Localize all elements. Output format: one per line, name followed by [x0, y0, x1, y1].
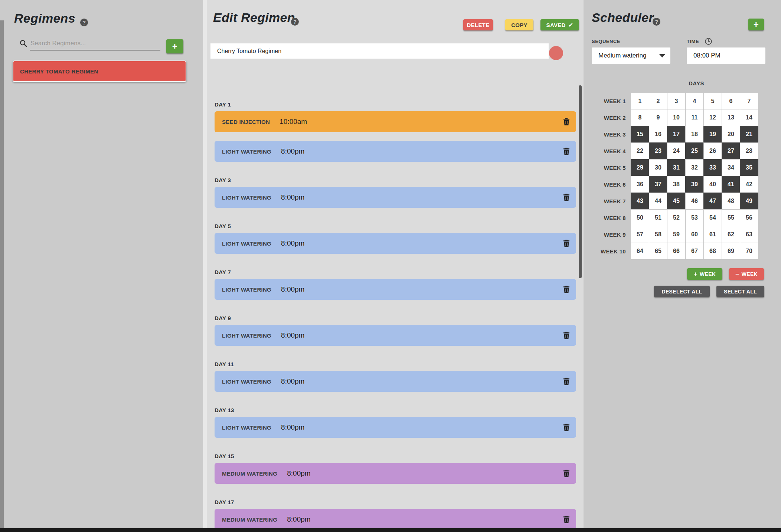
day-cell-62[interactable]: 62 — [722, 226, 740, 243]
day-cell-24[interactable]: 24 — [667, 142, 686, 160]
day-cell-6[interactable]: 6 — [722, 93, 740, 109]
day-cell-28[interactable]: 28 — [740, 142, 758, 160]
day-cell-27[interactable]: 27 — [722, 142, 740, 160]
day-cell-50[interactable]: 50 — [631, 209, 649, 226]
day-cell-7[interactable]: 7 — [740, 93, 758, 109]
day-cell-57[interactable]: 57 — [631, 226, 649, 243]
regimen-list-item[interactable]: CHERRY TOMATO REGIMEN — [13, 60, 186, 82]
day-cell-46[interactable]: 46 — [685, 193, 704, 210]
day-cell-33[interactable]: 33 — [703, 159, 722, 176]
day-cell-18[interactable]: 18 — [685, 126, 704, 143]
select-all-button[interactable]: SELECT ALL — [716, 286, 764, 297]
day-cell-49[interactable]: 49 — [740, 193, 758, 210]
day-cell-15[interactable]: 15 — [631, 126, 649, 143]
day-cell-32[interactable]: 32 — [685, 159, 704, 176]
day-cell-12[interactable]: 12 — [703, 109, 722, 126]
day-cell-70[interactable]: 70 — [740, 243, 758, 260]
day-cell-2[interactable]: 2 — [649, 93, 667, 109]
day-cell-48[interactable]: 48 — [722, 193, 740, 210]
day-cell-52[interactable]: 52 — [667, 209, 686, 226]
trash-icon[interactable] — [563, 193, 570, 201]
day-cell-56[interactable]: 56 — [740, 209, 758, 226]
day-cell-39[interactable]: 39 — [685, 176, 704, 193]
day-cell-65[interactable]: 65 — [649, 243, 667, 260]
day-cell-29[interactable]: 29 — [631, 159, 649, 176]
search-input[interactable] — [30, 37, 160, 50]
day-cell-35[interactable]: 35 — [740, 159, 758, 176]
day-cell-54[interactable]: 54 — [703, 209, 722, 226]
trash-icon[interactable] — [563, 377, 570, 385]
trash-icon[interactable] — [563, 147, 570, 155]
day-cell-34[interactable]: 34 — [722, 159, 740, 176]
day-cell-37[interactable]: 37 — [649, 176, 667, 193]
day-cell-23[interactable]: 23 — [649, 142, 667, 160]
day-cell-44[interactable]: 44 — [649, 193, 667, 210]
regimens-help-icon[interactable]: ? — [80, 19, 88, 26]
trash-icon[interactable] — [563, 515, 570, 523]
regimen-task-row[interactable]: SEED INJECTION10:00am — [215, 111, 576, 132]
day-cell-55[interactable]: 55 — [722, 209, 740, 226]
delete-button[interactable]: DELETE — [463, 19, 493, 30]
regimen-task-row[interactable]: LIGHT WATERING8:00pm — [215, 279, 576, 300]
day-cell-59[interactable]: 59 — [667, 226, 686, 243]
day-cell-66[interactable]: 66 — [667, 243, 686, 260]
day-cell-67[interactable]: 67 — [685, 243, 704, 260]
day-cell-45[interactable]: 45 — [667, 193, 686, 210]
time-input[interactable] — [687, 47, 765, 64]
day-cell-63[interactable]: 63 — [740, 226, 758, 243]
day-cell-25[interactable]: 25 — [685, 142, 704, 160]
trash-icon[interactable] — [563, 118, 570, 126]
sequence-dropdown[interactable]: Medium watering — [592, 47, 670, 64]
scheduler-help-icon[interactable]: ? — [653, 18, 660, 26]
day-cell-64[interactable]: 64 — [631, 243, 649, 260]
trash-icon[interactable] — [563, 469, 570, 477]
scheduler-add-button[interactable]: + — [748, 19, 764, 30]
add-week-button[interactable]: + WEEK — [687, 268, 722, 280]
deselect-all-button[interactable]: DESELECT ALL — [654, 286, 710, 297]
day-cell-22[interactable]: 22 — [631, 142, 649, 160]
day-cell-69[interactable]: 69 — [722, 243, 740, 260]
regimen-task-row[interactable]: LIGHT WATERING8:00pm — [215, 141, 576, 162]
trash-icon[interactable] — [563, 331, 570, 339]
day-cell-60[interactable]: 60 — [685, 226, 704, 243]
regimen-task-row[interactable]: MEDIUM WATERING8:00pm — [215, 463, 576, 484]
day-cell-5[interactable]: 5 — [703, 93, 722, 109]
trash-icon[interactable] — [563, 239, 570, 247]
day-cell-47[interactable]: 47 — [703, 193, 722, 210]
regimen-task-row[interactable]: LIGHT WATERING8:00pm — [215, 417, 576, 438]
day-cell-26[interactable]: 26 — [703, 142, 722, 160]
regimen-color-picker[interactable] — [549, 46, 563, 60]
copy-button[interactable]: COPY — [505, 19, 533, 30]
day-cell-3[interactable]: 3 — [667, 93, 686, 109]
regimen-task-row[interactable]: LIGHT WATERING8:00pm — [215, 325, 576, 346]
day-cell-16[interactable]: 16 — [649, 126, 667, 143]
day-cell-20[interactable]: 20 — [722, 126, 740, 143]
day-cell-17[interactable]: 17 — [667, 126, 686, 143]
day-cell-11[interactable]: 11 — [685, 109, 704, 126]
regimen-task-row[interactable]: LIGHT WATERING8:00pm — [215, 187, 576, 208]
day-cell-13[interactable]: 13 — [722, 109, 740, 126]
day-cell-41[interactable]: 41 — [722, 176, 740, 193]
day-cell-21[interactable]: 21 — [740, 126, 758, 143]
day-cell-40[interactable]: 40 — [703, 176, 722, 193]
add-regimen-button[interactable]: + — [166, 39, 183, 53]
day-cell-9[interactable]: 9 — [649, 109, 667, 126]
saved-button[interactable]: SAVED ✔ — [540, 19, 579, 30]
day-cell-1[interactable]: 1 — [631, 93, 649, 109]
regimen-task-row[interactable]: LIGHT WATERING8:00pm — [215, 371, 576, 392]
day-cell-30[interactable]: 30 — [649, 159, 667, 176]
day-cell-38[interactable]: 38 — [667, 176, 686, 193]
day-cell-31[interactable]: 31 — [667, 159, 686, 176]
day-cell-42[interactable]: 42 — [740, 176, 758, 193]
day-cell-53[interactable]: 53 — [685, 209, 704, 226]
day-cell-10[interactable]: 10 — [667, 109, 686, 126]
day-cell-36[interactable]: 36 — [631, 176, 649, 193]
day-cell-68[interactable]: 68 — [703, 243, 722, 260]
regimen-name-input[interactable] — [210, 43, 549, 59]
day-cell-43[interactable]: 43 — [631, 193, 649, 210]
day-cell-19[interactable]: 19 — [703, 126, 722, 143]
day-cell-14[interactable]: 14 — [740, 109, 758, 126]
day-cell-51[interactable]: 51 — [649, 209, 667, 226]
trash-icon[interactable] — [563, 285, 570, 293]
trash-icon[interactable] — [563, 423, 570, 431]
